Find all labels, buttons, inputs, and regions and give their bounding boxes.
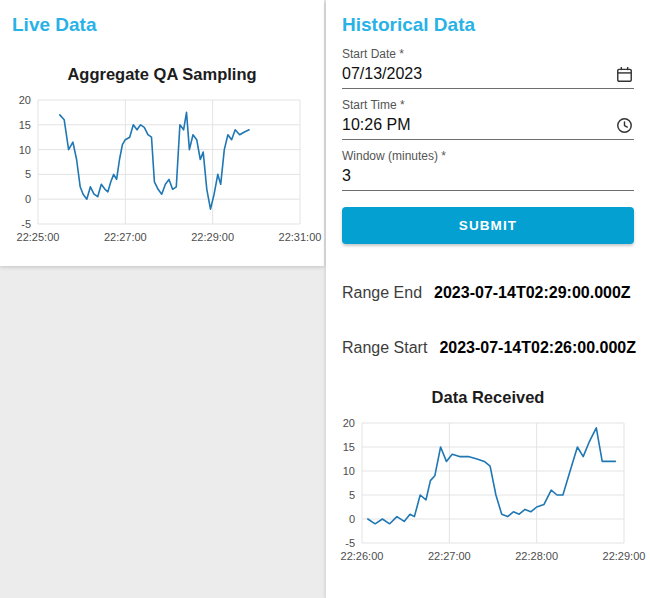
window-minutes-field: Window (minutes) *: [342, 150, 634, 191]
range-start-label: Range Start: [342, 339, 427, 357]
svg-text:15: 15: [19, 119, 31, 131]
live-data-panel: Live Data Aggregate QA Sampling -5051015…: [0, 0, 324, 266]
start-time-label: Start Time *: [342, 99, 634, 111]
svg-text:0: 0: [25, 193, 31, 205]
svg-text:22:29:00: 22:29:00: [191, 231, 234, 243]
aggregate-chart-title: Aggregate QA Sampling: [12, 64, 312, 84]
historical-data-panel: Historical Data Start Date *: [326, 0, 650, 598]
start-date-field: Start Date *: [342, 48, 634, 89]
svg-text:-5: -5: [21, 218, 31, 230]
svg-text:22:28:00: 22:28:00: [515, 550, 558, 562]
svg-text:5: 5: [25, 168, 31, 180]
svg-text:5: 5: [349, 489, 355, 501]
range-start-row: Range Start 2023-07-14T02:26:00.000Z: [342, 339, 634, 357]
range-end-value: 2023-07-14T02:29:00.000Z: [434, 284, 631, 302]
svg-text:10: 10: [19, 144, 31, 156]
calendar-icon[interactable]: [614, 64, 634, 84]
svg-text:22:26:00: 22:26:00: [341, 550, 384, 562]
svg-text:20: 20: [19, 94, 31, 106]
start-time-field: Start Time *: [342, 99, 634, 140]
svg-text:0: 0: [349, 513, 355, 525]
clock-icon[interactable]: [614, 115, 634, 135]
svg-text:22:31:00: 22:31:00: [279, 231, 322, 243]
aggregate-qa-chart: -50510152022:25:0022:27:0022:29:0022:31:…: [8, 92, 314, 248]
range-end-label: Range End: [342, 284, 422, 302]
window-minutes-row: [342, 166, 634, 186]
svg-text:22:25:00: 22:25:00: [17, 231, 60, 243]
svg-text:20: 20: [343, 417, 355, 429]
svg-text:-5: -5: [345, 537, 355, 549]
start-date-label: Start Date *: [342, 48, 634, 60]
submit-button[interactable]: SUBMIT: [342, 207, 634, 244]
range-start-value: 2023-07-14T02:26:00.000Z: [439, 339, 636, 357]
start-date-input[interactable]: [342, 65, 614, 83]
data-received-chart: -50510152022:26:0022:27:0022:28:0022:29:…: [332, 415, 638, 567]
svg-text:22:27:00: 22:27:00: [428, 550, 471, 562]
range-end-row: Range End 2023-07-14T02:29:00.000Z: [342, 284, 634, 302]
live-data-heading: Live Data: [12, 14, 312, 36]
svg-text:10: 10: [343, 465, 355, 477]
start-time-input[interactable]: [342, 116, 614, 134]
start-date-row: [342, 64, 634, 84]
historical-data-heading: Historical Data: [342, 14, 634, 36]
svg-text:22:29:00: 22:29:00: [603, 550, 646, 562]
svg-text:15: 15: [343, 441, 355, 453]
window-minutes-input[interactable]: [342, 167, 634, 185]
data-received-chart-title: Data Received: [342, 387, 634, 407]
window-minutes-label: Window (minutes) *: [342, 150, 634, 162]
start-time-row: [342, 115, 634, 135]
historical-query-form: Start Date * Start Time *: [342, 48, 634, 244]
svg-text:22:27:00: 22:27:00: [104, 231, 147, 243]
